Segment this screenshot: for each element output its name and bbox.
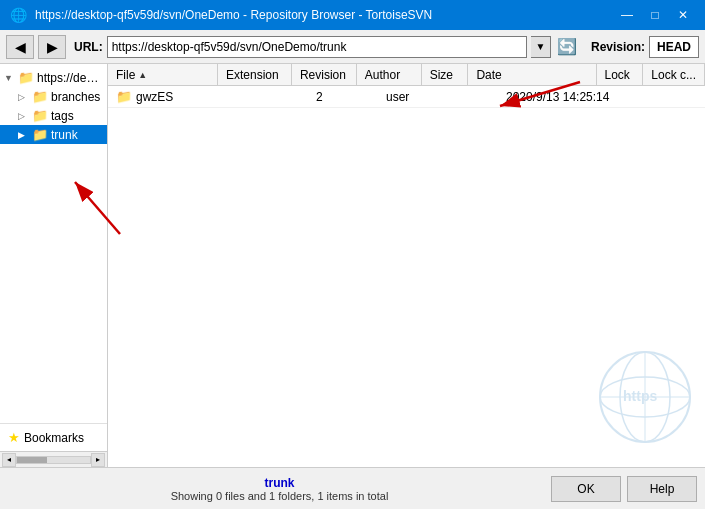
tree-toggle-root: ▼ bbox=[4, 73, 18, 83]
revision-input[interactable] bbox=[649, 36, 699, 58]
folder-icon-root: 📁 bbox=[18, 70, 34, 85]
tree-toggle-tags: ▷ bbox=[18, 111, 32, 121]
status-info: Showing 0 files and 1 folders, 1 items i… bbox=[171, 490, 389, 502]
status-buttons: OK Help bbox=[551, 476, 697, 502]
title-controls: — □ ✕ bbox=[615, 5, 695, 25]
file-panel: File ▲ Extension Revision Author Size Da… bbox=[108, 64, 705, 467]
col-header-file[interactable]: File ▲ bbox=[108, 64, 218, 85]
col-label-size: Size bbox=[430, 68, 453, 82]
toolbar: ◀ ▶ URL: ▼ 🔄 Revision: bbox=[0, 30, 705, 64]
back-button[interactable]: ◀ bbox=[6, 35, 34, 59]
col-header-revision[interactable]: Revision bbox=[292, 64, 357, 85]
tree-label-tags: tags bbox=[51, 109, 74, 123]
col-header-lockc[interactable]: Lock c... bbox=[643, 64, 705, 85]
col-label-author: Author bbox=[365, 68, 400, 82]
forward-button[interactable]: ▶ bbox=[38, 35, 66, 59]
title-bar: 🌐 https://desktop-qf5v59d/svn/OneDemo - … bbox=[0, 0, 705, 30]
url-dropdown[interactable]: ▼ bbox=[531, 36, 551, 58]
file-header: File ▲ Extension Revision Author Size Da… bbox=[108, 64, 705, 86]
window-title: https://desktop-qf5v59d/svn/OneDemo - Re… bbox=[35, 8, 432, 22]
sort-arrow-file: ▲ bbox=[138, 70, 147, 80]
folder-icon-branches: 📁 bbox=[32, 89, 48, 104]
col-label-lockc: Lock c... bbox=[651, 68, 696, 82]
col-header-size[interactable]: Size bbox=[422, 64, 469, 85]
ok-button[interactable]: OK bbox=[551, 476, 621, 502]
tree-label-root: https://desktc bbox=[37, 71, 103, 85]
maximize-button[interactable]: □ bbox=[643, 5, 667, 25]
title-bar-left: 🌐 https://desktop-qf5v59d/svn/OneDemo - … bbox=[10, 7, 432, 23]
url-input[interactable] bbox=[107, 36, 527, 58]
url-label: URL: bbox=[74, 40, 103, 54]
bookmarks-label: Bookmarks bbox=[24, 431, 84, 445]
tree-toggle-trunk: ▶ bbox=[18, 130, 32, 140]
tree-scrollbar: ◂ ▸ bbox=[0, 451, 107, 467]
col-label-lock: Lock bbox=[605, 68, 630, 82]
col-header-date[interactable]: Date bbox=[468, 64, 596, 85]
status-bar: trunk Showing 0 files and 1 folders, 1 i… bbox=[0, 467, 705, 509]
cell-lock bbox=[638, 95, 688, 99]
help-button[interactable]: Help bbox=[627, 476, 697, 502]
bookmarks-section: ★ Bookmarks bbox=[0, 423, 107, 451]
cell-date: 2020/9/13 14:25:14 bbox=[498, 88, 638, 106]
cell-file: 📁 gwzES bbox=[108, 87, 228, 106]
folder-icon-trunk: 📁 bbox=[32, 127, 48, 142]
scrollbar-track[interactable] bbox=[16, 456, 91, 464]
tree-label-trunk: trunk bbox=[51, 128, 78, 142]
scroll-right-arrow[interactable]: ▸ bbox=[91, 453, 105, 467]
revision-label: Revision: bbox=[591, 40, 645, 54]
cell-revision: 2 bbox=[308, 88, 378, 106]
tree-item-tags[interactable]: ▷ 📁 tags bbox=[0, 106, 107, 125]
col-header-author[interactable]: Author bbox=[357, 64, 422, 85]
table-row[interactable]: 📁 gwzES 2 user 2020/9/13 14:25:14 bbox=[108, 86, 705, 108]
file-list: 📁 gwzES 2 user 2020/9/13 14:25:14 bbox=[108, 86, 705, 467]
cell-extension bbox=[228, 95, 308, 99]
col-header-lock[interactable]: Lock bbox=[597, 64, 644, 85]
col-label-revision: Revision bbox=[300, 68, 346, 82]
cell-size bbox=[448, 95, 498, 99]
tree-item-branches[interactable]: ▷ 📁 branches bbox=[0, 87, 107, 106]
minimize-button[interactable]: — bbox=[615, 5, 639, 25]
tree-inner: ▼ 📁 https://desktc ▷ 📁 branches ▷ 📁 tags… bbox=[0, 64, 107, 423]
col-label-extension: Extension bbox=[226, 68, 279, 82]
col-label-file: File bbox=[116, 68, 135, 82]
tree-panel: ▼ 📁 https://desktc ▷ 📁 branches ▷ 📁 tags… bbox=[0, 64, 108, 467]
tree-label-branches: branches bbox=[51, 90, 100, 104]
scrollbar-thumb bbox=[17, 457, 47, 463]
col-label-date: Date bbox=[476, 68, 501, 82]
main-content: ▼ 📁 https://desktc ▷ 📁 branches ▷ 📁 tags… bbox=[0, 64, 705, 467]
folder-icon-gwzes: 📁 bbox=[116, 89, 132, 104]
app-icon: 🌐 bbox=[10, 7, 27, 23]
folder-icon-tags: 📁 bbox=[32, 108, 48, 123]
scroll-left-arrow[interactable]: ◂ bbox=[2, 453, 16, 467]
tree-toggle-branches: ▷ bbox=[18, 92, 32, 102]
status-text: trunk Showing 0 files and 1 folders, 1 i… bbox=[8, 476, 551, 502]
tree-item-trunk[interactable]: ▶ 📁 trunk bbox=[0, 125, 107, 144]
close-button[interactable]: ✕ bbox=[671, 5, 695, 25]
status-filename: trunk bbox=[265, 476, 295, 490]
refresh-button[interactable]: 🔄 bbox=[555, 35, 579, 59]
star-icon: ★ bbox=[8, 430, 20, 445]
cell-lockc bbox=[688, 95, 705, 99]
cell-author: user bbox=[378, 88, 448, 106]
bookmarks-item[interactable]: ★ Bookmarks bbox=[4, 428, 103, 447]
col-header-extension[interactable]: Extension bbox=[218, 64, 292, 85]
tree-item-root[interactable]: ▼ 📁 https://desktc bbox=[0, 68, 107, 87]
